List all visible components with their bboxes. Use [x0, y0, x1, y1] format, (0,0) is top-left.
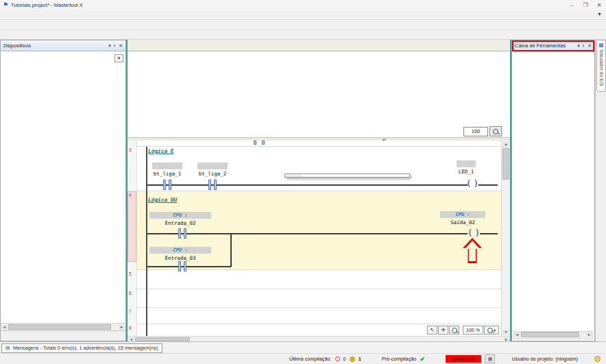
- coil-symbol[interactable]: [466, 179, 478, 189]
- contact-name[interactable]: bt_liga_1: [145, 171, 189, 177]
- magnifier-icon: [493, 129, 498, 134]
- ladder-editor[interactable]: 3 4 5 6 7 8 Lógica E bt_liga_1: [128, 141, 510, 336]
- project-user-label: Usuário do projeto: (ninguém): [511, 356, 578, 362]
- variable-address-box[interactable]: [197, 162, 228, 169]
- last-build-label: Última compilação:: [289, 356, 332, 362]
- contact-symbol[interactable]: [176, 228, 189, 239]
- ladder-zoom-button[interactable]: ▾: [484, 326, 499, 335]
- simulation-badge: Simulação: [446, 355, 482, 363]
- contact-symbol[interactable]: [206, 180, 219, 190]
- context-menu: [284, 173, 410, 178]
- window-title: Tutoriais.project* - Mastertool X: [11, 2, 83, 8]
- user-icon: [594, 356, 601, 362]
- close-button[interactable]: ✕: [592, 1, 606, 10]
- messages-summary: Mensagens - Totais 0 erro(s), 1 advertên…: [13, 345, 158, 351]
- ladder-zoom-value[interactable]: 100 %: [463, 326, 483, 335]
- network4-label: Lógica OU: [148, 197, 177, 203]
- title-bar: ⚑ Tutoriais.project* - Mastertool X – ❐ …: [0, 0, 606, 10]
- contact-name[interactable]: Entrada_02: [149, 220, 211, 226]
- network-number: 4: [129, 193, 132, 197]
- warning-icon: !: [350, 356, 355, 362]
- io-simulator-tab[interactable]: ▦ Simulador de E/S: [596, 40, 606, 92]
- scroll-right-icon[interactable]: ►: [586, 332, 592, 337]
- panel-pin-icon[interactable]: ꜔: [114, 43, 116, 49]
- variable-address-box[interactable]: CPU :: [440, 211, 485, 218]
- clipped-contact-icon: [254, 141, 256, 145]
- check-icon: ✔: [420, 356, 425, 363]
- toolbar-options-icon[interactable]: ▼: [597, 12, 602, 16]
- coil-name[interactable]: LED_1: [451, 169, 481, 175]
- variable-address-box[interactable]: [152, 162, 182, 169]
- contact-symbol[interactable]: [176, 261, 189, 271]
- messages-tab[interactable]: ▤ Mensagens - Totais 0 erro(s), 1 advert…: [1, 343, 162, 353]
- variable-address-box[interactable]: [457, 160, 476, 167]
- device-combo-icon[interactable]: ▼: [114, 54, 123, 62]
- code-zoom-button[interactable]: [489, 126, 502, 136]
- messages-icon: ▤: [5, 345, 10, 351]
- editor-area: 100 ▴▾ 3 4 5 6 7 8 Lógica E: [126, 40, 511, 341]
- panel-dropdown-icon[interactable]: ▾: [108, 43, 111, 49]
- network3-label: Lógica E: [148, 148, 174, 154]
- precompile-label: Pré-compilação: [382, 356, 417, 362]
- error-count: 0: [343, 356, 346, 362]
- network-number: 3: [129, 147, 132, 152]
- contact-name[interactable]: bt_liga_2: [191, 171, 234, 177]
- toolbar-ladder: [0, 29, 606, 40]
- pointer-tool-icon[interactable]: ↖: [427, 326, 437, 335]
- editor-tab-bar: [128, 40, 510, 51]
- simulator-chip-icon[interactable]: ▦: [485, 354, 495, 363]
- code-zoom-value[interactable]: 100: [463, 127, 488, 136]
- toolbox-title: Caixa de Ferramentas: [515, 43, 566, 49]
- ladder-vscrollbar[interactable]: ▲ ▼: [501, 141, 510, 336]
- status-bar: Última compilação: 0 ! 1 Pré-compilação …: [0, 353, 606, 364]
- error-icon: [335, 356, 340, 361]
- variable-address-box[interactable]: CPU :: [149, 212, 211, 219]
- context-menu-icon-strip: [285, 174, 301, 177]
- panel-close-icon[interactable]: ✕: [119, 43, 123, 49]
- variable-address-box[interactable]: CPU :: [149, 247, 211, 254]
- io-simulator-label: Simulador de E/S: [599, 49, 604, 86]
- pan-tool-icon[interactable]: ✛: [438, 326, 448, 335]
- ladder-view-controls: ↖ ✛ 100 % ▾: [427, 326, 499, 335]
- side-tab-strip: ▦ Simulador de E/S: [595, 40, 606, 341]
- scroll-down-icon[interactable]: ▼: [502, 329, 509, 335]
- panel-close-icon[interactable]: ✕: [587, 43, 592, 49]
- devices-panel-tabs: [1, 330, 125, 341]
- menu-bar: [0, 10, 606, 19]
- messages-bar: ▤ Mensagens - Totais 0 erro(s), 1 advert…: [0, 341, 606, 354]
- network-number: 6: [129, 291, 132, 295]
- scroll-up-icon[interactable]: ▲: [502, 141, 509, 147]
- devices-hscrollbar[interactable]: ◄ ►: [1, 323, 125, 330]
- devices-panel-title: Dispositivos: [3, 43, 31, 49]
- app-logo-icon: ⚑: [3, 2, 8, 8]
- warning-count: 1: [359, 356, 361, 362]
- panel-dropdown-icon[interactable]: ▾: [577, 43, 580, 49]
- coil-name[interactable]: Saida_02: [440, 219, 485, 226]
- devices-panel: Dispositivos ▾ ꜔ ✕ ▼ ◄ ►: [0, 40, 126, 341]
- contact-name[interactable]: Entrada_03: [149, 255, 211, 261]
- toolbox-panel: Caixa de Ferramentas ▾ ꜔ ✕ ◄ ►: [511, 40, 595, 341]
- maximize-button[interactable]: ❐: [579, 1, 592, 10]
- toolbox-hscrollbar[interactable]: ◄ ►: [513, 331, 593, 339]
- device-tree: ▼: [1, 51, 125, 323]
- zoom-tool-icon[interactable]: [449, 326, 459, 335]
- clipped-contact-icon: [262, 141, 265, 145]
- network4-selection-band: [128, 191, 136, 262]
- io-simulator-icon: ▦: [598, 42, 604, 48]
- network-number: 5: [129, 271, 132, 276]
- panel-pin-icon[interactable]: ꜔: [583, 43, 585, 49]
- code-zoom-row: 100: [128, 126, 510, 136]
- contact-symbol[interactable]: [161, 180, 173, 190]
- mastertool-window: ⚑ Tutoriais.project* - Mastertool X – ❐ …: [0, 0, 606, 364]
- devices-panel-header: Dispositivos ▾ ꜔ ✕: [1, 40, 125, 51]
- toolbox-header: Caixa de Ferramentas ▾ ꜔ ✕: [512, 40, 594, 51]
- code-editor[interactable]: [128, 51, 510, 128]
- scroll-left-icon[interactable]: ◄: [1, 324, 8, 330]
- minimize-button[interactable]: –: [565, 1, 579, 10]
- network-number: 8: [129, 326, 132, 330]
- toolbox-list: [512, 52, 594, 54]
- scroll-right-icon[interactable]: ►: [119, 324, 125, 330]
- network-number: 7: [129, 309, 132, 314]
- coil-symbol[interactable]: [468, 228, 480, 238]
- scroll-left-icon[interactable]: ◄: [514, 332, 520, 337]
